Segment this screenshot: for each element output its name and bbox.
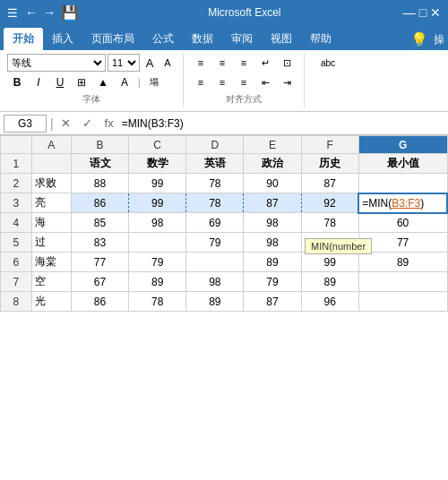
format-extra-btn[interactable]: 塌 bbox=[144, 73, 164, 91]
cell-d3[interactable]: 78 bbox=[186, 193, 244, 213]
fx-btn[interactable]: fx bbox=[100, 115, 118, 133]
font-shrink-btn[interactable]: A bbox=[159, 55, 176, 71]
tab-help[interactable]: 帮助 bbox=[301, 28, 340, 50]
fill-color-btn[interactable]: ▲ bbox=[93, 73, 113, 91]
formula-input[interactable] bbox=[122, 115, 444, 133]
cell-e3[interactable]: 87 bbox=[244, 193, 301, 213]
cell-a7[interactable]: 空 bbox=[31, 272, 71, 292]
cell-f3[interactable]: 92 bbox=[301, 193, 358, 213]
ribbon-content: 等线 11 A A B I U ⊞ ▲ A | 塌 字体 bbox=[0, 50, 448, 112]
tab-view[interactable]: 视图 bbox=[262, 28, 301, 50]
align-left-btn[interactable]: ≡ bbox=[191, 73, 211, 91]
cell-b5[interactable]: 83 bbox=[71, 233, 128, 253]
underline-btn[interactable]: U bbox=[50, 73, 70, 91]
indent-decrease-btn[interactable]: ⇤ bbox=[255, 73, 275, 91]
cell-b3[interactable]: 86 bbox=[71, 193, 128, 213]
cell-f6[interactable]: 99 bbox=[301, 253, 358, 272]
tab-formula[interactable]: 公式 bbox=[143, 28, 183, 50]
cell-g2[interactable] bbox=[358, 174, 447, 193]
row-header-3: 3 bbox=[1, 193, 32, 213]
confirm-formula-btn[interactable]: ✓ bbox=[79, 115, 97, 133]
cell-a8[interactable]: 光 bbox=[31, 292, 71, 312]
cancel-formula-btn[interactable]: ✕ bbox=[57, 115, 75, 133]
cell-f2[interactable]: 87 bbox=[301, 174, 358, 193]
cell-g6[interactable]: 89 bbox=[358, 253, 447, 272]
cell-e4[interactable]: 98 bbox=[244, 213, 301, 233]
align-center-btn[interactable]: ≡ bbox=[212, 73, 232, 91]
bold-btn[interactable]: B bbox=[7, 73, 27, 91]
cell-e6[interactable]: 89 bbox=[244, 253, 301, 272]
cell-d4[interactable]: 69 bbox=[186, 213, 244, 233]
col-header-d: D bbox=[186, 136, 244, 154]
tab-home[interactable]: 开始 bbox=[4, 28, 43, 50]
cell-e2[interactable]: 90 bbox=[244, 174, 301, 193]
cell-g1[interactable]: 最小值 bbox=[358, 154, 447, 174]
cell-ref-input[interactable] bbox=[4, 115, 47, 133]
cell-b1[interactable]: 语文 bbox=[71, 154, 128, 174]
cell-c8[interactable]: 78 bbox=[129, 292, 186, 312]
cell-a5[interactable]: 过 bbox=[31, 233, 71, 253]
cell-b8[interactable]: 86 bbox=[71, 292, 128, 312]
cell-a6[interactable]: 海棠 bbox=[31, 253, 71, 272]
tab-review[interactable]: 审阅 bbox=[222, 28, 262, 50]
cell-a2[interactable]: 求败 bbox=[31, 174, 71, 193]
cell-b4[interactable]: 85 bbox=[71, 213, 128, 233]
formula-separator: | bbox=[50, 116, 54, 131]
tab-insert[interactable]: 插入 bbox=[43, 28, 82, 50]
font-grow-btn[interactable]: A bbox=[142, 55, 158, 71]
cell-d2[interactable]: 78 bbox=[186, 174, 244, 193]
row-header-7: 7 bbox=[1, 272, 32, 292]
format-num-btn[interactable]: abc bbox=[315, 54, 340, 72]
cell-b6[interactable]: 77 bbox=[71, 253, 128, 272]
tab-data[interactable]: 数据 bbox=[183, 28, 222, 50]
cell-f1[interactable]: 历史 bbox=[301, 154, 358, 174]
cell-e1[interactable]: 政治 bbox=[244, 154, 301, 174]
cell-d5[interactable]: 79 bbox=[186, 233, 244, 253]
cell-c4[interactable]: 98 bbox=[129, 213, 186, 233]
cell-g7[interactable] bbox=[358, 272, 447, 292]
cell-f8[interactable]: 96 bbox=[301, 292, 358, 312]
cell-a1[interactable] bbox=[31, 154, 71, 174]
cell-b7[interactable]: 67 bbox=[71, 272, 128, 292]
cell-d7[interactable]: 98 bbox=[186, 272, 244, 292]
cell-g8[interactable] bbox=[358, 292, 447, 312]
cell-e7[interactable]: 79 bbox=[244, 272, 301, 292]
align-right-btn[interactable]: ≡ bbox=[234, 73, 254, 91]
cell-f7[interactable]: 89 bbox=[301, 272, 358, 292]
cell-g4[interactable]: 60 bbox=[358, 213, 447, 233]
cell-c2[interactable]: 99 bbox=[129, 174, 186, 193]
col-header-f: F bbox=[301, 136, 358, 154]
wrap-text-btn[interactable]: ↵ bbox=[255, 54, 275, 72]
align-top-btn[interactable]: ≡ bbox=[191, 54, 211, 72]
align-middle-btn[interactable]: ≡ bbox=[212, 54, 232, 72]
cell-a4[interactable]: 海 bbox=[31, 213, 71, 233]
cell-e5[interactable]: 98 bbox=[244, 233, 301, 253]
cell-d8[interactable]: 89 bbox=[186, 292, 244, 312]
cell-c1[interactable]: 数学 bbox=[129, 154, 186, 174]
font-color-btn[interactable]: A bbox=[115, 73, 134, 91]
cell-e8[interactable]: 87 bbox=[244, 292, 301, 312]
indent-increase-btn[interactable]: ⇥ bbox=[277, 73, 297, 91]
cell-a3[interactable]: 亮 bbox=[31, 193, 71, 213]
cell-c7[interactable]: 89 bbox=[129, 272, 186, 292]
align-bottom-btn[interactable]: ≡ bbox=[234, 54, 254, 72]
tab-page-layout[interactable]: 页面布局 bbox=[82, 28, 143, 50]
cell-c6[interactable]: 79 bbox=[129, 253, 186, 272]
font-name-select[interactable]: 等线 bbox=[7, 54, 106, 72]
cell-b2[interactable]: 88 bbox=[71, 174, 128, 193]
italic-btn[interactable]: I bbox=[29, 73, 48, 91]
cell-c3[interactable]: 99 bbox=[129, 193, 186, 213]
cell-d1[interactable]: 英语 bbox=[186, 154, 244, 174]
font-row1: 等线 11 A A bbox=[7, 54, 176, 72]
merge-btn[interactable]: ⊡ bbox=[277, 54, 297, 72]
col-header-b: B bbox=[71, 136, 128, 154]
cell-f4[interactable]: 78 bbox=[301, 213, 358, 233]
cell-g3[interactable]: =MIN(B3:F3) bbox=[358, 193, 447, 213]
cell-d6[interactable] bbox=[186, 253, 244, 272]
border-btn[interactable]: ⊞ bbox=[72, 73, 91, 91]
table-row-7: 7空6789987989 bbox=[1, 272, 448, 292]
align-group: ≡ ≡ ≡ ↵ ⊡ ≡ ≡ ≡ ⇤ ⇥ 对齐方式 bbox=[191, 54, 305, 107]
font-size-select[interactable]: 11 bbox=[108, 54, 140, 72]
right-group: abc bbox=[312, 54, 344, 72]
cell-c5[interactable] bbox=[129, 233, 186, 253]
